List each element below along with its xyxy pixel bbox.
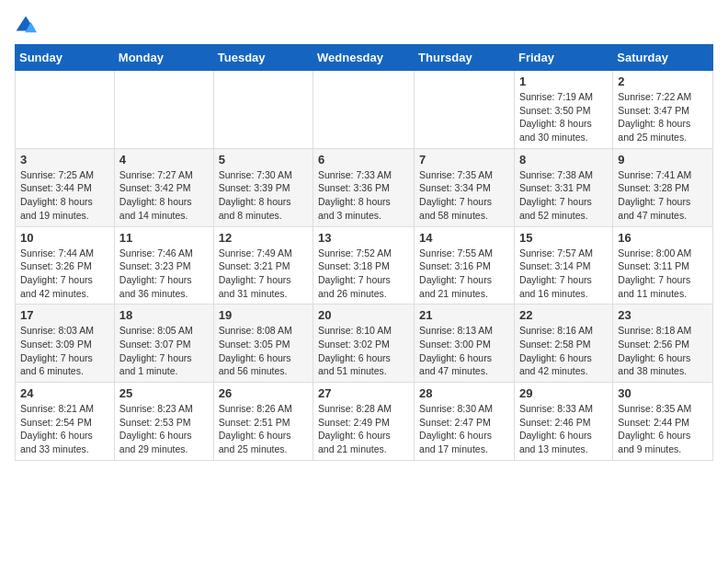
day-info: Sunrise: 8:21 AM Sunset: 2:54 PM Dayligh…	[20, 402, 109, 456]
calendar-cell: 13Sunrise: 7:52 AM Sunset: 3:18 PM Dayli…	[313, 226, 415, 304]
day-of-week-header: Saturday	[613, 45, 713, 71]
day-of-week-header: Sunday	[16, 45, 115, 71]
calendar-cell: 19Sunrise: 8:08 AM Sunset: 3:05 PM Dayli…	[213, 304, 313, 383]
calendar-cell: 9Sunrise: 7:41 AM Sunset: 3:28 PM Daylig…	[613, 148, 713, 226]
day-number: 5	[219, 153, 308, 167]
calendar-cell: 27Sunrise: 8:28 AM Sunset: 2:49 PM Dayli…	[313, 383, 415, 461]
calendar-cell: 8Sunrise: 7:38 AM Sunset: 3:31 PM Daylig…	[514, 148, 612, 226]
calendar-cell: 3Sunrise: 7:25 AM Sunset: 3:44 PM Daylig…	[16, 148, 115, 226]
day-info: Sunrise: 7:27 AM Sunset: 3:42 PM Dayligh…	[119, 168, 209, 223]
day-info: Sunrise: 7:44 AM Sunset: 3:26 PM Dayligh…	[20, 247, 109, 301]
calendar-cell: 24Sunrise: 8:21 AM Sunset: 2:54 PM Dayli…	[16, 383, 115, 461]
day-number: 30	[618, 386, 708, 400]
day-info: Sunrise: 8:28 AM Sunset: 2:49 PM Dayligh…	[318, 402, 409, 456]
calendar-cell: 18Sunrise: 8:05 AM Sunset: 3:07 PM Dayli…	[114, 304, 213, 383]
day-info: Sunrise: 8:03 AM Sunset: 3:09 PM Dayligh…	[20, 324, 109, 378]
calendar-cell	[114, 71, 213, 149]
day-of-week-header: Monday	[114, 45, 213, 71]
calendar-cell	[213, 71, 313, 149]
day-number: 11	[119, 231, 209, 245]
day-info: Sunrise: 8:23 AM Sunset: 2:53 PM Dayligh…	[119, 402, 209, 456]
logo	[15, 15, 40, 37]
day-info: Sunrise: 8:10 AM Sunset: 3:02 PM Dayligh…	[318, 324, 409, 378]
day-number: 17	[20, 308, 109, 322]
calendar-cell: 20Sunrise: 8:10 AM Sunset: 3:02 PM Dayli…	[313, 304, 415, 383]
day-number: 16	[618, 231, 708, 245]
day-number: 6	[318, 153, 409, 167]
day-of-week-header: Thursday	[415, 45, 515, 71]
day-info: Sunrise: 7:30 AM Sunset: 3:39 PM Dayligh…	[219, 168, 308, 223]
day-info: Sunrise: 7:52 AM Sunset: 3:18 PM Dayligh…	[318, 247, 409, 301]
calendar-cell: 14Sunrise: 7:55 AM Sunset: 3:16 PM Dayli…	[415, 226, 515, 304]
day-number: 13	[318, 231, 409, 245]
day-info: Sunrise: 8:13 AM Sunset: 3:00 PM Dayligh…	[419, 324, 509, 378]
day-number: 10	[20, 231, 109, 245]
day-number: 14	[419, 231, 509, 245]
day-number: 27	[318, 386, 409, 400]
calendar-week-row: 1Sunrise: 7:19 AM Sunset: 3:50 PM Daylig…	[16, 71, 713, 149]
calendar-cell: 23Sunrise: 8:18 AM Sunset: 2:56 PM Dayli…	[613, 304, 713, 383]
calendar-cell: 28Sunrise: 8:30 AM Sunset: 2:47 PM Dayli…	[415, 383, 515, 461]
day-number: 12	[219, 231, 308, 245]
calendar-cell: 26Sunrise: 8:26 AM Sunset: 2:51 PM Dayli…	[213, 383, 313, 461]
calendar-week-row: 24Sunrise: 8:21 AM Sunset: 2:54 PM Dayli…	[16, 383, 713, 461]
day-number: 26	[219, 386, 308, 400]
day-of-week-header: Tuesday	[213, 45, 313, 71]
day-of-week-header: Wednesday	[313, 45, 415, 71]
calendar-week-row: 3Sunrise: 7:25 AM Sunset: 3:44 PM Daylig…	[16, 148, 713, 226]
calendar-cell: 5Sunrise: 7:30 AM Sunset: 3:39 PM Daylig…	[213, 148, 313, 226]
calendar-cell: 1Sunrise: 7:19 AM Sunset: 3:50 PM Daylig…	[514, 71, 612, 149]
day-info: Sunrise: 8:35 AM Sunset: 2:44 PM Dayligh…	[618, 402, 708, 456]
calendar-cell: 7Sunrise: 7:35 AM Sunset: 3:34 PM Daylig…	[415, 148, 515, 226]
day-info: Sunrise: 7:55 AM Sunset: 3:16 PM Dayligh…	[419, 247, 509, 301]
calendar-cell: 22Sunrise: 8:16 AM Sunset: 2:58 PM Dayli…	[514, 304, 612, 383]
calendar-cell: 29Sunrise: 8:33 AM Sunset: 2:46 PM Dayli…	[514, 383, 612, 461]
day-info: Sunrise: 8:18 AM Sunset: 2:56 PM Dayligh…	[618, 324, 708, 378]
day-info: Sunrise: 7:35 AM Sunset: 3:34 PM Dayligh…	[419, 168, 509, 223]
day-number: 21	[419, 308, 509, 322]
calendar-cell: 11Sunrise: 7:46 AM Sunset: 3:23 PM Dayli…	[114, 226, 213, 304]
day-info: Sunrise: 7:46 AM Sunset: 3:23 PM Dayligh…	[119, 247, 209, 301]
calendar-cell: 2Sunrise: 7:22 AM Sunset: 3:47 PM Daylig…	[613, 71, 713, 149]
day-info: Sunrise: 7:57 AM Sunset: 3:14 PM Dayligh…	[519, 247, 608, 301]
calendar-cell: 10Sunrise: 7:44 AM Sunset: 3:26 PM Dayli…	[16, 226, 115, 304]
day-number: 28	[419, 386, 509, 400]
day-info: Sunrise: 7:49 AM Sunset: 3:21 PM Dayligh…	[219, 247, 308, 301]
day-number: 15	[519, 231, 608, 245]
day-info: Sunrise: 8:00 AM Sunset: 3:11 PM Dayligh…	[618, 247, 708, 301]
calendar-cell: 30Sunrise: 8:35 AM Sunset: 2:44 PM Dayli…	[613, 383, 713, 461]
calendar-header-row: SundayMondayTuesdayWednesdayThursdayFrid…	[16, 45, 713, 71]
day-number: 19	[219, 308, 308, 322]
day-info: Sunrise: 7:22 AM Sunset: 3:47 PM Dayligh…	[618, 90, 708, 144]
calendar-cell: 6Sunrise: 7:33 AM Sunset: 3:36 PM Daylig…	[313, 148, 415, 226]
calendar-week-row: 10Sunrise: 7:44 AM Sunset: 3:26 PM Dayli…	[16, 226, 713, 304]
calendar-cell: 15Sunrise: 7:57 AM Sunset: 3:14 PM Dayli…	[514, 226, 612, 304]
calendar-cell: 16Sunrise: 8:00 AM Sunset: 3:11 PM Dayli…	[613, 226, 713, 304]
day-info: Sunrise: 7:38 AM Sunset: 3:31 PM Dayligh…	[519, 168, 608, 223]
day-info: Sunrise: 7:41 AM Sunset: 3:28 PM Dayligh…	[618, 168, 708, 223]
day-number: 7	[419, 153, 509, 167]
calendar-cell: 4Sunrise: 7:27 AM Sunset: 3:42 PM Daylig…	[114, 148, 213, 226]
calendar-cell	[415, 71, 515, 149]
calendar-cell: 17Sunrise: 8:03 AM Sunset: 3:09 PM Dayli…	[16, 304, 115, 383]
day-number: 2	[618, 75, 708, 88]
day-info: Sunrise: 7:33 AM Sunset: 3:36 PM Dayligh…	[318, 168, 409, 223]
calendar-cell	[16, 71, 115, 149]
day-info: Sunrise: 8:08 AM Sunset: 3:05 PM Dayligh…	[219, 324, 308, 378]
calendar-cell: 12Sunrise: 7:49 AM Sunset: 3:21 PM Dayli…	[213, 226, 313, 304]
day-info: Sunrise: 8:26 AM Sunset: 2:51 PM Dayligh…	[219, 402, 308, 456]
day-number: 3	[20, 153, 109, 167]
day-info: Sunrise: 7:25 AM Sunset: 3:44 PM Dayligh…	[20, 168, 109, 223]
day-number: 23	[618, 308, 708, 322]
day-number: 20	[318, 308, 409, 322]
day-number: 1	[519, 75, 608, 88]
calendar-table: SundayMondayTuesdayWednesdayThursdayFrid…	[15, 44, 713, 461]
day-number: 24	[20, 386, 109, 400]
day-number: 9	[618, 153, 708, 167]
calendar-cell: 21Sunrise: 8:13 AM Sunset: 3:00 PM Dayli…	[415, 304, 515, 383]
calendar-cell	[313, 71, 415, 149]
day-info: Sunrise: 7:19 AM Sunset: 3:50 PM Dayligh…	[519, 90, 608, 144]
day-info: Sunrise: 8:33 AM Sunset: 2:46 PM Dayligh…	[519, 402, 608, 456]
day-number: 29	[519, 386, 608, 400]
day-number: 4	[119, 153, 209, 167]
